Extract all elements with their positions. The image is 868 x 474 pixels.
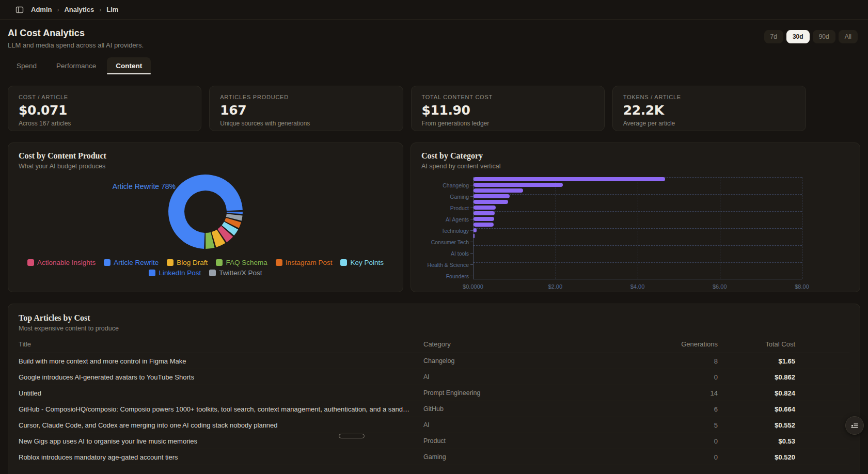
bar-ai-agents[interactable] <box>474 217 494 221</box>
y-axis-tick-label: Health & Science <box>427 262 469 268</box>
legend-item-faq-schema[interactable]: FAQ Schema <box>216 259 267 266</box>
range-button-30d[interactable]: 30d <box>786 30 810 43</box>
grid-line-horizontal <box>474 194 802 195</box>
tab-content[interactable]: Content <box>107 57 151 74</box>
legend-label: Key Points <box>350 259 384 266</box>
cell-category: Changelog <box>423 357 661 365</box>
donut-svg <box>167 173 244 250</box>
bar-card-subtitle: AI spend by content vertical <box>421 163 849 170</box>
donut-card-subtitle: What your AI budget produces <box>19 163 392 170</box>
legend-item-instagram-post[interactable]: Instagram Post <box>276 259 333 266</box>
cell-generations: 6 <box>661 405 718 413</box>
bar-category-2[interactable] <box>474 188 523 193</box>
legend-label: Actionable Insights <box>37 259 96 266</box>
range-button-90d[interactable]: 90d <box>813 30 835 43</box>
table-row[interactable]: Google introduces AI-generated avatars t… <box>19 369 849 385</box>
cell-category: GitHub <box>423 405 661 413</box>
bar-category-4[interactable] <box>474 200 508 204</box>
horizontal-scrollbar-thumb[interactable] <box>339 434 365 438</box>
grid-line-horizontal <box>474 228 802 229</box>
top-articles-card: Top Articles by Cost Most expensive cont… <box>8 304 860 474</box>
legend-swatch-icon <box>209 270 216 276</box>
table-row[interactable]: Roblox introduces mandatory age-gated ac… <box>19 449 849 465</box>
x-axis-tick-label: $2.00 <box>548 283 562 290</box>
tab-spend[interactable]: Spend <box>8 57 45 74</box>
legend-label: Blog Draft <box>177 259 208 266</box>
legend-item-article-rewrite[interactable]: Article Rewrite <box>104 259 159 266</box>
stat-caption: Unique sources with generations <box>220 120 392 127</box>
table-subtitle: Most expensive content to produce <box>19 325 849 332</box>
donut-legend: Actionable InsightsArticle RewriteBlog D… <box>19 259 392 277</box>
range-button-all[interactable]: All <box>839 30 858 43</box>
legend-item-blog-draft[interactable]: Blog Draft <box>167 259 208 266</box>
stat-label: COST / ARTICLE <box>19 94 191 100</box>
legend-item-twitter-x-post[interactable]: Twitter/X Post <box>209 269 262 277</box>
bar-technology[interactable] <box>474 228 477 232</box>
legend-item-actionable-insights[interactable]: Actionable Insights <box>27 259 96 266</box>
cell-total-cost: $1.65 <box>718 357 795 365</box>
y-axis-tick-label: Changelog <box>443 182 469 188</box>
bar-y-axis: ChangelogGamingProductAI AgentsTechnolog… <box>421 177 473 279</box>
y-axis-tick-label: Consumer Tech <box>431 239 469 245</box>
donut-slice-linkedin-post[interactable] <box>227 212 243 214</box>
grid-line-horizontal <box>474 245 802 246</box>
cell-total-cost: $0.862 <box>718 373 795 381</box>
cell-category: Gaming <box>423 453 661 461</box>
legend-label: Article Rewrite <box>114 259 159 266</box>
legend-swatch-icon <box>104 259 111 266</box>
bar-category-8[interactable] <box>474 223 494 227</box>
donut-card: Cost by Content Product What your AI bud… <box>8 143 403 292</box>
breadcrumb-item-llm[interactable]: Llm <box>106 6 118 13</box>
tab-performance[interactable]: Performance <box>48 57 105 74</box>
feedback-fab-button[interactable] <box>845 416 864 435</box>
stat-card-total-content-cost: TOTAL CONTENT COST$11.90From generations… <box>411 86 605 131</box>
stat-label: ARTICLES PRODUCED <box>220 94 392 100</box>
col-header-title: Title <box>19 340 423 348</box>
legend-swatch-icon <box>27 259 34 266</box>
bar-product[interactable] <box>474 206 496 210</box>
grid-line-vertical <box>802 177 802 279</box>
cell-total-cost: $0.552 <box>718 421 795 429</box>
bar-category-6[interactable] <box>474 211 495 215</box>
cell-title: Roblox introduces mandatory age-gated ac… <box>19 453 423 461</box>
legend-label: Twitter/X Post <box>219 269 262 277</box>
stat-card-tokens-article: TOKENS / ARTICLE22.2KAverage per article <box>612 86 806 131</box>
table-row[interactable]: New Gigs app uses AI to organise your li… <box>19 433 849 449</box>
page-title: AI Cost Analytics <box>8 28 144 39</box>
bar-card-title: Cost by Category <box>421 151 849 161</box>
legend-item-key-points[interactable]: Key Points <box>340 259 384 266</box>
stat-caption: Across 167 articles <box>19 120 191 127</box>
cell-category: Product <box>423 437 661 445</box>
cell-generations: 0 <box>661 373 718 381</box>
bar-changelog[interactable] <box>474 183 563 187</box>
cell-title: Google introduces AI-generated avatars t… <box>19 373 423 381</box>
table-row[interactable]: Cursor, Claude Code, and Codex are mergi… <box>19 417 849 433</box>
cell-title: Cursor, Claude Code, and Codex are mergi… <box>19 421 423 429</box>
legend-item-linkedin-post[interactable]: LinkedIn Post <box>149 269 201 277</box>
x-axis-tick-label: $8.00 <box>795 283 809 290</box>
cell-total-cost: $0.53 <box>718 437 795 445</box>
range-button-7d[interactable]: 7d <box>764 30 783 43</box>
stats-grid: COST / ARTICLE$0.071Across 167 articlesA… <box>8 86 806 131</box>
table-row[interactable]: Build with more context and more control… <box>19 353 849 369</box>
donut-callout-label: Article Rewrite 78% <box>113 182 176 191</box>
table-row[interactable]: UntitledPrompt Engineering14$0.824 <box>19 385 849 401</box>
bar-category-0[interactable] <box>474 177 665 181</box>
stat-value: 22.2K <box>623 103 795 118</box>
sidebar-toggle-icon[interactable] <box>15 6 24 14</box>
topbar: Admin›Analytics›Llm <box>0 0 868 20</box>
bar-category-10[interactable] <box>474 234 475 238</box>
breadcrumb-item-admin[interactable]: Admin <box>31 6 52 13</box>
y-axis-tick-label: Product <box>450 205 469 211</box>
stat-label: TOTAL CONTENT COST <box>422 94 594 100</box>
legend-label: LinkedIn Post <box>159 269 201 277</box>
table-row[interactable]: GitHub - ComposioHQ/composio: Composio p… <box>19 401 849 417</box>
breadcrumb-item-analytics[interactable]: Analytics <box>64 6 94 13</box>
cell-generations: 14 <box>661 389 718 397</box>
stat-caption: From generations ledger <box>422 120 594 127</box>
bar-gaming[interactable] <box>474 194 510 198</box>
cell-category: Prompt Engineering <box>423 389 661 397</box>
breadcrumb-chevron-icon: › <box>57 6 59 13</box>
bar-plot-area <box>473 177 802 279</box>
bar-card: Cost by Category AI spend by content ver… <box>411 143 860 292</box>
